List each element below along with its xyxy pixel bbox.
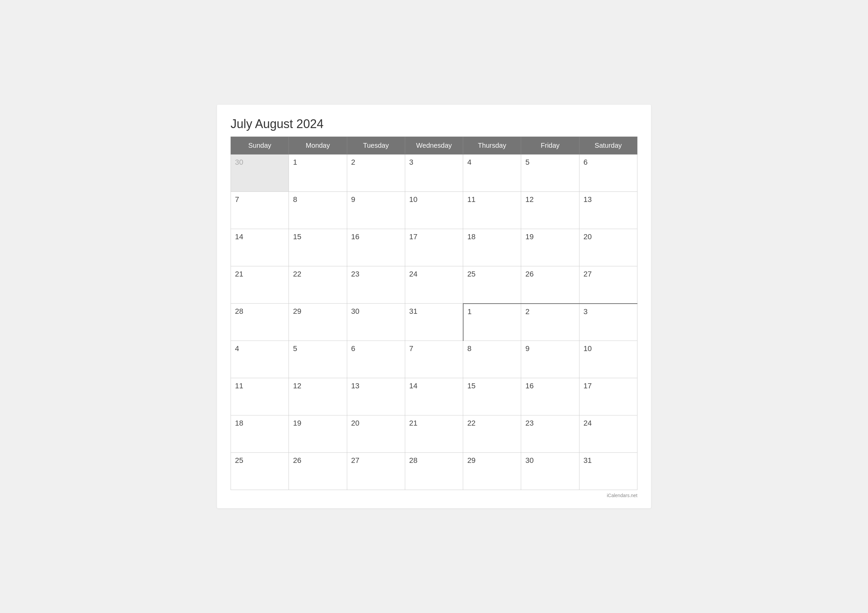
calendar-cell: 6 [579, 155, 637, 192]
calendar-cell: 4 [463, 155, 521, 192]
calendar-cell: 31 [579, 453, 637, 490]
calendar-cell: 20 [579, 229, 637, 266]
calendar-cell: 29 [289, 303, 347, 341]
calendar-cell: 11 [231, 378, 289, 415]
calendar-cell: 30 [521, 453, 579, 490]
calendar-cell: 12 [289, 378, 347, 415]
day-header-wednesday: Wednesday [405, 137, 463, 155]
calendar-cell: 17 [579, 378, 637, 415]
calendar-cell: 1 [463, 303, 521, 341]
calendar-cell: 31 [405, 303, 463, 341]
calendar-cell: 27 [579, 266, 637, 303]
day-header-monday: Monday [289, 137, 347, 155]
calendar-cell: 11 [463, 192, 521, 229]
day-header-thursday: Thursday [463, 137, 521, 155]
calendar-body: 3012345678910111213141516171819202122232… [231, 155, 637, 490]
calendar-cell: 26 [521, 266, 579, 303]
calendar-cell: 23 [521, 415, 579, 453]
week-row-7: 18192021222324 [231, 415, 637, 453]
calendar-cell: 18 [463, 229, 521, 266]
week-row-0: 30123456 [231, 155, 637, 192]
calendar-cell: 3 [579, 303, 637, 341]
day-header-tuesday: Tuesday [347, 137, 405, 155]
day-header-sunday: Sunday [231, 137, 289, 155]
calendar-cell: 24 [405, 266, 463, 303]
calendar-cell: 15 [289, 229, 347, 266]
calendar-cell: 9 [347, 192, 405, 229]
calendar-cell: 24 [579, 415, 637, 453]
calendar-cell: 29 [463, 453, 521, 490]
calendar-cell: 18 [231, 415, 289, 453]
calendar-cell: 25 [231, 453, 289, 490]
calendar-cell: 13 [579, 192, 637, 229]
calendar-cell: 13 [347, 378, 405, 415]
calendar-title: July August 2024 [231, 117, 637, 131]
calendar-cell: 16 [521, 378, 579, 415]
calendar-cell: 21 [405, 415, 463, 453]
calendar-cell: 25 [463, 266, 521, 303]
calendar-container: July August 2024 SundayMondayTuesdayWedn… [217, 105, 651, 508]
calendar-cell: 9 [521, 341, 579, 378]
calendar-cell: 22 [463, 415, 521, 453]
calendar-cell: 10 [579, 341, 637, 378]
calendar-cell: 8 [463, 341, 521, 378]
calendar-cell: 21 [231, 266, 289, 303]
calendar-table: SundayMondayTuesdayWednesdayThursdayFrid… [231, 136, 637, 490]
calendar-cell: 14 [405, 378, 463, 415]
footer-credit: iCalendars.net [231, 493, 637, 498]
calendar-cell: 7 [405, 341, 463, 378]
week-row-1: 78910111213 [231, 192, 637, 229]
calendar-cell: 28 [405, 453, 463, 490]
week-row-6: 11121314151617 [231, 378, 637, 415]
calendar-cell: 2 [521, 303, 579, 341]
week-row-5: 45678910 [231, 341, 637, 378]
header-row: SundayMondayTuesdayWednesdayThursdayFrid… [231, 137, 637, 155]
calendar-cell: 19 [521, 229, 579, 266]
calendar-cell: 23 [347, 266, 405, 303]
calendar-cell: 14 [231, 229, 289, 266]
calendar-cell: 19 [289, 415, 347, 453]
calendar-cell: 1 [289, 155, 347, 192]
calendar-cell: 2 [347, 155, 405, 192]
calendar-cell: 12 [521, 192, 579, 229]
calendar-cell: 3 [405, 155, 463, 192]
calendar-cell: 20 [347, 415, 405, 453]
calendar-cell: 5 [521, 155, 579, 192]
calendar-cell: 15 [463, 378, 521, 415]
calendar-cell: 5 [289, 341, 347, 378]
calendar-cell: 22 [289, 266, 347, 303]
day-header-friday: Friday [521, 137, 579, 155]
week-row-3: 21222324252627 [231, 266, 637, 303]
calendar-cell: 7 [231, 192, 289, 229]
calendar-cell: 8 [289, 192, 347, 229]
week-row-2: 14151617181920 [231, 229, 637, 266]
calendar-cell: 26 [289, 453, 347, 490]
calendar-cell: 6 [347, 341, 405, 378]
calendar-cell: 30 [231, 155, 289, 192]
calendar-cell: 17 [405, 229, 463, 266]
week-row-4: 28293031123 [231, 303, 637, 341]
calendar-cell: 16 [347, 229, 405, 266]
week-row-8: 25262728293031 [231, 453, 637, 490]
day-header-saturday: Saturday [579, 137, 637, 155]
calendar-cell: 4 [231, 341, 289, 378]
calendar-cell: 10 [405, 192, 463, 229]
calendar-cell: 30 [347, 303, 405, 341]
calendar-cell: 28 [231, 303, 289, 341]
calendar-cell: 27 [347, 453, 405, 490]
